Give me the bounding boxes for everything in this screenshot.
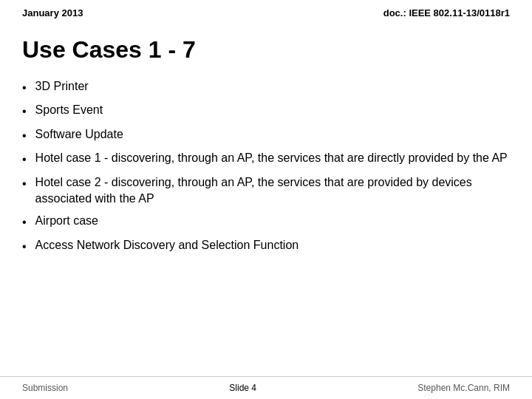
bullet-text: Access Network Discovery and Selection F…	[35, 237, 510, 253]
list-item: •Hotel case 2 - discovering, through an …	[22, 174, 510, 208]
slide: January 2013 doc.: IEEE 802.11-13/0118r1…	[0, 0, 532, 399]
bullet-icon: •	[22, 128, 27, 144]
list-item: •Sports Event	[22, 102, 510, 120]
footer-slide-number: Slide 4	[229, 383, 256, 393]
bullet-list: •3D Printer•Sports Event•Software Update…	[22, 78, 510, 255]
title-section: Use Cases 1 - 7	[0, 23, 532, 71]
bullet-icon: •	[22, 239, 27, 255]
footer-submission: Submission	[22, 383, 68, 393]
footer-author: Stephen Mc.Cann, RIM	[417, 383, 510, 393]
list-item: •Airport case	[22, 213, 510, 231]
list-item: •Software Update	[22, 126, 510, 144]
bullet-text: Airport case	[35, 213, 510, 229]
bullet-icon: •	[22, 214, 27, 231]
bullet-text: Hotel case 1 - discovering, through an A…	[35, 150, 510, 166]
header-date: January 2013	[22, 7, 83, 18]
list-item: •Hotel case 1 - discovering, through an …	[22, 150, 510, 168]
list-item: •Access Network Discovery and Selection …	[22, 237, 510, 255]
bullet-icon: •	[22, 151, 27, 168]
bullet-text: Hotel case 2 - discovering, through an A…	[35, 174, 510, 208]
bullet-icon: •	[22, 103, 27, 120]
bullet-icon: •	[22, 176, 27, 192]
slide-title: Use Cases 1 - 7	[22, 36, 510, 64]
bullet-text: Software Update	[35, 126, 510, 143]
list-item: •3D Printer	[22, 78, 510, 96]
header-doc: doc.: IEEE 802.11-13/0118r1	[383, 7, 510, 18]
bullet-text: 3D Printer	[35, 78, 510, 95]
content-section: •3D Printer•Sports Event•Software Update…	[0, 71, 532, 268]
slide-header: January 2013 doc.: IEEE 802.11-13/0118r1	[0, 0, 532, 23]
slide-footer: Submission Slide 4 Stephen Mc.Cann, RIM	[0, 376, 532, 399]
bullet-icon: •	[22, 80, 27, 96]
bullet-text: Sports Event	[35, 102, 510, 118]
